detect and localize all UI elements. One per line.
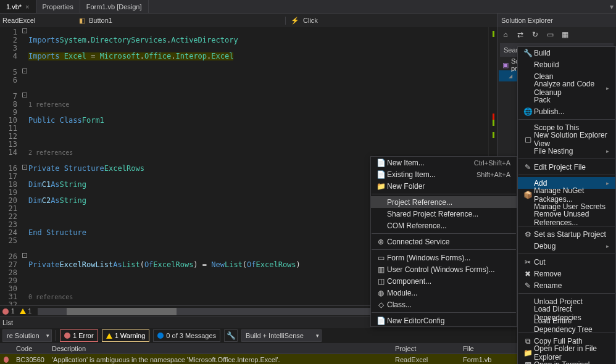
form-icon: ▭ bbox=[375, 254, 387, 262]
menu-label: New Folder bbox=[387, 182, 510, 191]
menu-item[interactable]: ◇Class... bbox=[371, 299, 517, 310]
menu-item[interactable]: ✖Remove bbox=[518, 268, 615, 279]
menu-item[interactable]: 🔧Build bbox=[518, 47, 615, 59]
menu-item[interactable]: ⊕Connected Service bbox=[371, 236, 517, 247]
menu-label: Rename bbox=[534, 281, 609, 290]
menu-label: Analyze and Code Cleanup bbox=[534, 80, 606, 97]
menu-item[interactable]: Analyze and Code Cleanup▸ bbox=[518, 82, 615, 94]
event-combo[interactable]: ⚡Click bbox=[285, 17, 497, 25]
scope-combo[interactable]: re Solution bbox=[2, 329, 52, 342]
menu-label: Publish... bbox=[534, 107, 609, 116]
menu-item[interactable]: ✎Rename bbox=[518, 279, 615, 291]
errors-filter[interactable]: 1 Error bbox=[60, 329, 98, 342]
col-desc[interactable]: Description bbox=[48, 343, 391, 354]
remove-icon: ✖ bbox=[522, 270, 534, 278]
col-code[interactable]: Code bbox=[12, 343, 48, 354]
wrench-icon: 🔧 bbox=[522, 49, 534, 57]
menu-item[interactable]: File Nesting▸ bbox=[518, 145, 615, 157]
rename-icon: ✎ bbox=[522, 281, 534, 290]
menu-item[interactable]: ✎Edit Project File bbox=[518, 161, 615, 173]
folder-icon: 📁 bbox=[375, 182, 387, 191]
menu-item[interactable]: 📄Existing Item...Shift+Alt+A bbox=[371, 168, 517, 180]
menu-item[interactable]: ◍Module... bbox=[371, 287, 517, 299]
menu-label: Project Reference... bbox=[387, 198, 510, 207]
filter-icon[interactable]: 🔧 bbox=[224, 329, 238, 342]
menu-label: Module... bbox=[387, 289, 510, 297]
tab-form1-vb[interactable]: 1.vb*× bbox=[0, 0, 36, 13]
menu-item[interactable]: Rebuild bbox=[518, 59, 615, 70]
mod-icon: ◍ bbox=[375, 289, 387, 297]
menu-label: Build bbox=[534, 49, 609, 57]
menu-label: Remove Unused References... bbox=[534, 210, 609, 227]
h-scrollbar[interactable] bbox=[38, 308, 402, 315]
file-icon: 📄 bbox=[375, 170, 387, 179]
menu-label: Open in Terminal bbox=[534, 360, 609, 365]
scope-combo[interactable]: ReadExcel bbox=[0, 17, 35, 24]
menu-label: Pack bbox=[534, 96, 609, 104]
source-combo[interactable]: Build + IntelliSense bbox=[241, 329, 322, 342]
menu-item[interactable]: 📁New Folder bbox=[371, 180, 517, 192]
menu-item[interactable]: ◫Component... bbox=[371, 275, 517, 287]
menu-item[interactable]: Load Entire Dependency Tree bbox=[518, 319, 615, 331]
menu-label: Manage NuGet Packages... bbox=[534, 186, 609, 204]
menu-item[interactable]: 📦Manage NuGet Packages... bbox=[518, 189, 615, 201]
menu-item[interactable]: ▢New Solution Explorer View bbox=[518, 133, 615, 145]
menu-item[interactable]: Shared Project Reference... bbox=[371, 208, 517, 220]
menu-item[interactable]: 📄New EditorConfig bbox=[371, 315, 517, 326]
object-combo[interactable]: ◧Button1 bbox=[74, 17, 285, 25]
close-icon[interactable]: × bbox=[25, 3, 29, 10]
refresh-icon[interactable]: ↻ bbox=[530, 29, 541, 40]
sync-icon[interactable]: ⇄ bbox=[515, 29, 526, 40]
menu-label: New EditorConfig bbox=[387, 316, 510, 325]
menu-label: Class... bbox=[387, 300, 510, 309]
globe-icon: 🌐 bbox=[522, 107, 534, 116]
menu-label: New Item... bbox=[387, 159, 462, 167]
col-file[interactable]: File bbox=[459, 343, 521, 354]
messages-filter[interactable]: 0 of 3 Messages bbox=[153, 329, 220, 342]
tab-form1-design[interactable]: Form1.vb [Design] bbox=[80, 0, 149, 13]
menu-label: COM Reference... bbox=[387, 221, 510, 230]
show-all-icon[interactable]: ▦ bbox=[559, 29, 570, 40]
document-tabs: 1.vb*× Properties Form1.vb [Design] ▾ bbox=[0, 0, 616, 14]
menu-item[interactable]: ▥User Control (Windows Forms)... bbox=[371, 263, 517, 275]
menu-label: Edit Project File bbox=[534, 163, 609, 172]
warnings-filter[interactable]: 1 Warning bbox=[102, 329, 150, 342]
menu-label: User Control (Windows Forms)... bbox=[387, 265, 510, 274]
menu-item[interactable]: ✂Cut bbox=[518, 256, 615, 268]
menu-item[interactable]: ▭Form (Windows Forms)... bbox=[371, 252, 517, 263]
menu-item[interactable]: Project Reference... bbox=[371, 196, 517, 208]
error-list-tab[interactable]: List bbox=[0, 319, 13, 326]
tab-properties[interactable]: Properties bbox=[36, 0, 80, 13]
home-icon[interactable]: ⌂ bbox=[500, 29, 511, 40]
gear-icon: ⚙ bbox=[522, 230, 534, 239]
menu-label: Open Folder in File Explorer bbox=[534, 344, 609, 362]
menu-label: Existing Item... bbox=[387, 170, 464, 179]
solution-explorer-title: Solution Explorer bbox=[497, 14, 616, 27]
menu-label: Shared Project Reference... bbox=[387, 210, 510, 218]
cut-icon: ✂ bbox=[522, 258, 534, 267]
menu-item[interactable]: Debug▸ bbox=[518, 240, 615, 252]
menu-item[interactable]: Remove Unused References... bbox=[518, 212, 615, 224]
menu-item[interactable]: ⚙Set as Startup Project bbox=[518, 228, 615, 240]
nuget-icon: 📦 bbox=[522, 191, 534, 199]
class-icon: ◇ bbox=[375, 300, 387, 309]
service-icon: ⊕ bbox=[375, 238, 387, 246]
menu-label: New Solution Explorer View bbox=[534, 131, 609, 148]
warn-count[interactable]: 1 bbox=[17, 308, 35, 315]
terminal-icon: ▩ bbox=[522, 360, 534, 365]
error-count[interactable]: 1 bbox=[0, 308, 17, 315]
menu-item[interactable]: 📄New Item...Ctrl+Shift+A bbox=[371, 157, 517, 168]
menu-item[interactable]: 📁Open Folder in File Explorer bbox=[518, 347, 615, 358]
file-icon: 📄 bbox=[375, 316, 387, 325]
tab-overflow[interactable]: ▾ bbox=[607, 0, 616, 13]
copy-icon: ⧉ bbox=[522, 337, 534, 345]
menu-item[interactable]: 🌐Publish... bbox=[518, 105, 615, 117]
menu-item[interactable]: Pack bbox=[518, 94, 615, 105]
menu-label: Component... bbox=[387, 277, 510, 286]
col-proj[interactable]: Project bbox=[391, 343, 459, 354]
folder-icon: 📁 bbox=[522, 349, 534, 357]
outlining-margin[interactable]: - - - - - bbox=[21, 27, 28, 305]
project-context-menu: 🔧BuildRebuildCleanAnalyze and Code Clean… bbox=[517, 46, 616, 364]
collapse-icon[interactable]: ▭ bbox=[544, 29, 556, 40]
menu-item[interactable]: COM Reference... bbox=[371, 220, 517, 231]
